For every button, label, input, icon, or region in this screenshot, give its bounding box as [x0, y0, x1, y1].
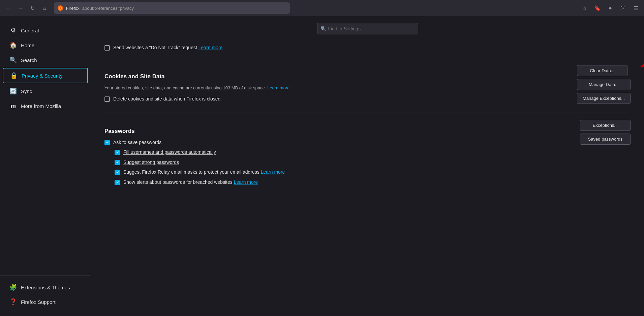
- sidebar-label-privacy: Privacy & Security: [22, 73, 63, 79]
- sidebar-item-mozilla[interactable]: m More from Mozilla: [3, 99, 88, 113]
- suggest-relay-row: Suggest Firefox Relay email masks to pro…: [104, 169, 573, 176]
- gear-icon: ⚙: [9, 27, 17, 34]
- sidebar-bottom: 🧩 Extensions & Themes ❓ Firefox Support: [0, 276, 91, 309]
- pocket-button[interactable]: 🔖: [592, 3, 603, 13]
- dnt-label: Send websites a "Do Not Track" request L…: [113, 45, 222, 51]
- fill-auto-label: Fill usernames and passwords automatical…: [123, 149, 216, 156]
- suggest-relay-checkbox[interactable]: [115, 170, 120, 175]
- find-settings-wrap: 🔍: [104, 23, 631, 34]
- toolbar-right: ☆ 🔖 ● ⛭ ☰: [579, 3, 641, 13]
- bookmark-button[interactable]: ☆: [579, 3, 590, 13]
- address-text: about:preferences#privacy: [82, 6, 134, 11]
- menu-button[interactable]: ☰: [631, 3, 641, 13]
- firefox-icon: [57, 5, 63, 11]
- home-icon: 🏠: [9, 41, 17, 49]
- extensions-icon: 🧩: [9, 284, 17, 291]
- cookies-description: Your stored cookies, site data, and cach…: [104, 85, 570, 91]
- cookies-learn-more-link[interactable]: Learn more: [267, 85, 289, 90]
- search-icon: 🔍: [9, 56, 17, 64]
- ask-save-row: Ask to save passwords: [104, 139, 573, 146]
- exceptions-button[interactable]: Exceptions...: [580, 120, 631, 131]
- svg-line-4: [641, 43, 644, 67]
- suggest-relay-label: Suggest Firefox Relay email masks to pro…: [123, 169, 285, 176]
- ask-save-label: Ask to save passwords: [113, 139, 161, 146]
- delete-cookies-label: Delete cookies and site data when Firefo…: [113, 96, 220, 103]
- sidebar-label-support: Firefox Support: [21, 299, 56, 305]
- ask-save-checkbox[interactable]: [104, 140, 110, 145]
- sync-icon: 🔄: [9, 87, 17, 95]
- forward-button[interactable]: →: [15, 3, 26, 13]
- address-bar[interactable]: Firefox about:preferences#privacy: [54, 2, 290, 14]
- passwords-title: Passwords: [104, 128, 573, 135]
- dnt-row: Send websites a "Do Not Track" request L…: [104, 45, 631, 51]
- main-layout: ⚙ General 🏠 Home 🔍 Search 🔒 Privacy & Se…: [0, 16, 644, 316]
- fill-auto-checkbox[interactable]: [115, 150, 120, 155]
- delete-cookies-checkbox[interactable]: [104, 96, 110, 102]
- show-alerts-checkbox[interactable]: [115, 180, 120, 185]
- manage-exceptions-button[interactable]: Manage Exceptions...: [577, 93, 631, 104]
- find-settings-inner: 🔍: [317, 23, 418, 34]
- clear-data-button[interactable]: Clear Data...: [577, 65, 627, 76]
- tab-label: Firefox: [66, 6, 80, 11]
- dnt-checkbox[interactable]: [104, 45, 110, 51]
- fill-auto-row: Fill usernames and passwords automatical…: [104, 149, 573, 156]
- find-icon: 🔍: [320, 26, 326, 31]
- passwords-left: Passwords Ask to save passwords Fill use…: [104, 120, 573, 189]
- titlebar: ← → ↻ ⌂ Firefox about:preferences#privac…: [0, 0, 644, 16]
- sidebar-label-home: Home: [21, 42, 34, 48]
- reload-button[interactable]: ↻: [27, 3, 38, 13]
- sidebar-item-home[interactable]: 🏠 Home: [3, 38, 88, 52]
- cookies-right: Clear Data... Manage Data... Manage Exce…: [577, 65, 631, 104]
- show-alerts-row: Show alerts about passwords for breached…: [104, 179, 573, 186]
- sidebar-item-extensions[interactable]: 🧩 Extensions & Themes: [3, 280, 88, 294]
- cookies-title: Cookies and Site Data: [104, 73, 570, 80]
- sidebar-item-general[interactable]: ⚙ General: [3, 23, 88, 37]
- svg-point-2: [60, 7, 61, 9]
- sidebar-label-search: Search: [21, 57, 37, 63]
- suggest-relay-learn-more[interactable]: Learn more: [261, 169, 285, 175]
- extensions-button[interactable]: ⛭: [618, 3, 628, 13]
- sidebar-label-general: General: [21, 28, 39, 33]
- dnt-learn-more-link[interactable]: Learn more: [198, 45, 223, 50]
- suggest-strong-row: Suggest strong passwords: [104, 159, 573, 166]
- suggest-strong-checkbox[interactable]: [115, 160, 120, 165]
- back-button[interactable]: ←: [3, 3, 13, 13]
- delete-cookies-row: Delete cookies and site data when Firefo…: [104, 96, 570, 103]
- profile-button[interactable]: ●: [605, 3, 616, 13]
- saved-passwords-button[interactable]: Saved passwords: [580, 134, 631, 145]
- sidebar-item-search[interactable]: 🔍 Search: [3, 53, 88, 67]
- mozilla-icon: m: [9, 102, 17, 110]
- sidebar-item-support[interactable]: ❓ Firefox Support: [3, 295, 88, 309]
- clear-data-wrap: Clear Data...: [577, 65, 631, 76]
- show-alerts-label: Show alerts about passwords for breached…: [123, 179, 258, 186]
- passwords-section: Passwords Ask to save passwords Fill use…: [104, 120, 631, 189]
- passwords-right: Exceptions... Saved passwords: [580, 120, 631, 145]
- divider-1: [104, 58, 631, 58]
- home-button[interactable]: ⌂: [39, 3, 50, 13]
- lock-icon: 🔒: [10, 72, 18, 79]
- sidebar-label-extensions: Extensions & Themes: [21, 285, 70, 290]
- cookies-left: Cookies and Site Data Your stored cookie…: [104, 65, 570, 106]
- suggest-strong-label: Suggest strong passwords: [123, 159, 179, 166]
- sidebar-item-sync[interactable]: 🔄 Sync: [3, 84, 88, 98]
- manage-data-button[interactable]: Manage Data...: [577, 79, 631, 90]
- help-icon: ❓: [9, 298, 17, 306]
- show-alerts-learn-more[interactable]: Learn more: [234, 179, 258, 185]
- sidebar-item-privacy[interactable]: 🔒 Privacy & Security: [3, 68, 88, 83]
- find-settings-input[interactable]: [317, 23, 418, 34]
- sidebar-label-sync: Sync: [21, 88, 32, 94]
- cookies-section: Cookies and Site Data Your stored cookie…: [104, 65, 631, 106]
- content-area: 🔍 Send websites a "Do Not Track" request…: [91, 16, 644, 316]
- sidebar-label-mozilla: More from Mozilla: [21, 103, 61, 109]
- divider-2: [104, 113, 631, 113]
- sidebar: ⚙ General 🏠 Home 🔍 Search 🔒 Privacy & Se…: [0, 16, 91, 316]
- red-arrow: [631, 41, 644, 72]
